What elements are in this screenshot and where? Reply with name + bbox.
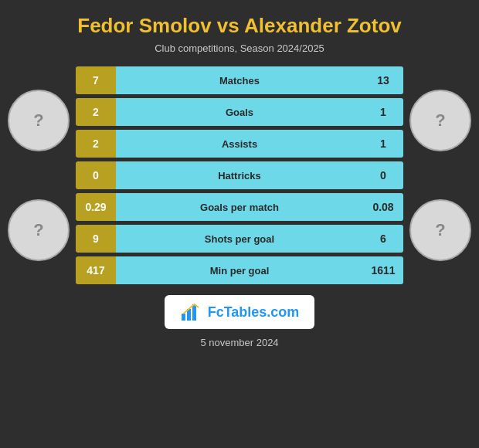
stat-right-value: 1611 bbox=[363, 256, 403, 284]
logo-section: FcTables.com bbox=[165, 295, 315, 329]
avatar-right-top-placeholder: ? bbox=[435, 110, 445, 131]
stat-row: 2Assists1 bbox=[76, 130, 403, 158]
stat-left-value: 2 bbox=[76, 98, 116, 126]
logo-icon bbox=[180, 301, 202, 323]
stat-row: 7Matches13 bbox=[76, 66, 403, 94]
stat-row: 2Goals1 bbox=[76, 98, 403, 126]
stat-row: 0Hattricks0 bbox=[76, 161, 403, 189]
avatar-right-bottom-placeholder: ? bbox=[435, 220, 445, 240]
stat-label: Goals per match bbox=[116, 193, 363, 221]
stat-row: 417Min per goal1611 bbox=[76, 256, 403, 284]
stat-left-value: 9 bbox=[76, 225, 116, 253]
stat-label: Goals bbox=[116, 98, 363, 126]
stat-left-value: 2 bbox=[76, 130, 116, 158]
stat-left-value: 0 bbox=[76, 161, 116, 189]
stat-row: 9Shots per goal6 bbox=[76, 225, 403, 253]
stat-right-value: 1 bbox=[363, 98, 403, 126]
page-title: Fedor Smolov vs Alexander Zotov bbox=[77, 14, 401, 38]
stats-section: ? ? 7Matches132Goals12Assists10Hattricks… bbox=[8, 66, 471, 284]
date-label: 5 november 2024 bbox=[200, 337, 278, 348]
page-container: Fedor Smolov vs Alexander Zotov Club com… bbox=[0, 0, 479, 448]
avatar-right-top: ? bbox=[409, 90, 471, 151]
stat-label: Shots per goal bbox=[116, 225, 363, 253]
avatars-right: ? ? bbox=[409, 90, 471, 261]
svg-rect-2 bbox=[192, 304, 196, 321]
stat-row: 0.29Goals per match0.08 bbox=[76, 193, 403, 221]
stat-label: Matches bbox=[116, 66, 363, 94]
stat-label: Hattricks bbox=[116, 161, 363, 189]
logo-text-blue: Tables.com bbox=[224, 304, 300, 320]
logo-text: FcTables.com bbox=[208, 304, 300, 321]
stat-left-value: 7 bbox=[76, 66, 116, 94]
stat-label: Assists bbox=[116, 130, 363, 158]
stat-right-value: 1 bbox=[363, 130, 403, 158]
avatars-left: ? ? bbox=[8, 90, 70, 261]
stat-right-value: 13 bbox=[363, 66, 403, 94]
avatar-left-top-placeholder: ? bbox=[33, 110, 43, 131]
stat-label: Min per goal bbox=[116, 256, 363, 284]
avatar-right-bottom: ? bbox=[409, 199, 471, 261]
svg-rect-0 bbox=[182, 314, 185, 321]
logo-text-black: Fc bbox=[208, 304, 224, 320]
stat-right-value: 6 bbox=[363, 225, 403, 253]
avatar-left-bottom-placeholder: ? bbox=[33, 220, 43, 240]
avatar-left-top: ? bbox=[8, 90, 70, 151]
stat-right-value: 0 bbox=[363, 161, 403, 189]
page-subtitle: Club competitions, Season 2024/2025 bbox=[155, 42, 324, 54]
stat-rows: 7Matches132Goals12Assists10Hattricks00.2… bbox=[76, 66, 403, 284]
stat-right-value: 0.08 bbox=[363, 193, 403, 221]
avatar-left-bottom: ? bbox=[8, 199, 70, 261]
stat-left-value: 0.29 bbox=[76, 193, 116, 221]
stat-left-value: 417 bbox=[76, 256, 116, 284]
